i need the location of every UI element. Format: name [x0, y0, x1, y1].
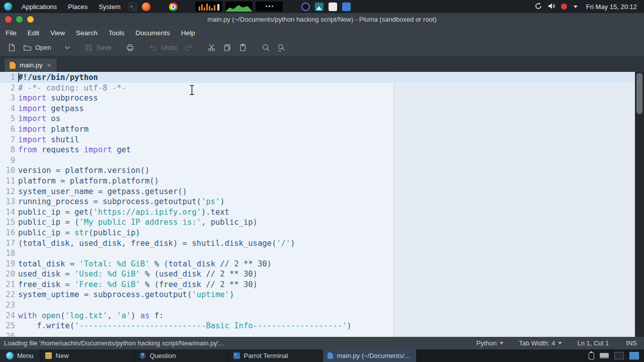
print-button[interactable]	[122, 42, 138, 53]
tray-caret-down-icon[interactable]	[574, 6, 578, 8]
code-line[interactable]: 24with open('log.txt', 'a') as f:	[0, 311, 635, 321]
menu-help[interactable]: Help	[176, 26, 201, 39]
code-line[interactable]: 4import getpass	[0, 104, 635, 114]
editor-area[interactable]: 1#!/usr/bin/python2# -*- coding: utf-8 -…	[0, 72, 635, 337]
line-number: 16	[0, 228, 15, 238]
folder-icon	[45, 352, 52, 359]
cut-button[interactable]	[204, 42, 219, 53]
code-line[interactable]: 13running_process = subprocess.getoutput…	[0, 197, 635, 207]
code-line[interactable]: 11platform = platform.platform()	[0, 176, 635, 187]
top-panel: ApplicationsPlacesSystem >_ Fri May 15, …	[0, 0, 644, 13]
update-indicator-icon[interactable]	[534, 2, 542, 12]
app-launcher-icon[interactable]	[142, 3, 150, 11]
top-panel-menu-places[interactable]: Places	[62, 0, 93, 13]
question-icon	[139, 352, 146, 359]
screenshot-tray-icon[interactable]	[315, 3, 324, 11]
menu-tools[interactable]: Tools	[103, 26, 130, 39]
scrollbar-thumb[interactable]	[636, 73, 642, 114]
line-number: 19	[0, 259, 15, 269]
code-line[interactable]: 26	[0, 331, 635, 337]
taskbar-item-label: Question	[150, 352, 176, 359]
save-button[interactable]: Save	[81, 42, 115, 53]
code-line[interactable]: 8from requests import get	[0, 145, 635, 155]
code-line[interactable]: 21free_disk = 'Free: %d GiB' % (free_dis…	[0, 280, 635, 290]
code-line[interactable]: 15public_ip = ('My public IP address is:…	[0, 217, 635, 228]
open-dropdown-caret-icon	[65, 46, 70, 50]
workspace-1[interactable]	[614, 352, 624, 359]
line-number: 14	[0, 207, 15, 218]
menu-documents[interactable]: Documents	[130, 26, 175, 39]
record-indicator-icon[interactable]	[561, 4, 567, 10]
code-line[interactable]: 5import os	[0, 114, 635, 124]
workspace-2[interactable]	[629, 352, 639, 359]
code-line[interactable]: 18	[0, 248, 635, 259]
clock[interactable]: Fri May 15, 20:12	[586, 3, 637, 11]
code-line[interactable]: 14public_ip = get('https://api.ipify.org…	[0, 207, 635, 218]
window-title: main.py (~/Documents/python hacking scri…	[0, 13, 644, 26]
code-text: import subprocess	[18, 94, 98, 103]
paste-button[interactable]	[235, 42, 251, 53]
code-text: used_disk = 'Used: %d GiB' % (used_disk …	[18, 269, 258, 279]
code-line[interactable]: 17(total_disk, used_disk, free_disk) = s…	[0, 238, 635, 249]
top-panel-menu-system[interactable]: System	[93, 0, 126, 13]
taskbar: Menu NewQuestionParrot Terminalmain.py (…	[0, 349, 644, 362]
terminal-launcher-icon[interactable]: >_	[128, 3, 137, 11]
terminal-icon	[233, 352, 240, 359]
code-line[interactable]: 1#!/usr/bin/python	[0, 72, 635, 83]
clipboard-icon[interactable]	[589, 352, 594, 359]
line-number: 15	[0, 217, 15, 228]
open-button-label: Open	[35, 44, 51, 51]
taskbar-item[interactable]: main.py (~/Documents/...	[323, 349, 416, 362]
vertical-scrollbar[interactable]	[635, 72, 644, 337]
taskbar-item[interactable]: Parrot Terminal	[229, 349, 322, 362]
chrome-launcher-icon[interactable]	[169, 3, 178, 11]
window-thumbnail-chart[interactable]	[195, 2, 222, 12]
code-line[interactable]: 2# -*- coding: utf-8 -*-	[0, 83, 635, 94]
menu-search[interactable]: Search	[70, 26, 103, 39]
new-document-button[interactable]	[4, 42, 20, 53]
code-line[interactable]: 7import shutil	[0, 135, 635, 145]
code-text: import os	[18, 114, 60, 123]
notes-tray-icon[interactable]	[329, 3, 337, 11]
tab-close-icon[interactable]: ×	[47, 62, 52, 69]
find-replace-button[interactable]	[274, 42, 289, 53]
undo-button[interactable]: Undo	[145, 42, 180, 53]
taskbar-item[interactable]: New	[41, 349, 134, 362]
find-button[interactable]	[258, 42, 274, 53]
top-panel-menu-applications[interactable]: Applications	[16, 0, 62, 13]
code-line[interactable]: 10version = platform.version()	[0, 165, 635, 176]
code-line[interactable]: 3import subprocess	[0, 93, 635, 104]
taskbar-menu-button[interactable]: Menu	[0, 349, 40, 362]
code-line[interactable]: 9	[0, 155, 635, 166]
menu-edit[interactable]: Edit	[22, 26, 45, 39]
distro-menu-icon[interactable]	[4, 3, 12, 11]
copy-button[interactable]	[219, 42, 235, 53]
taskbar-item[interactable]: Question	[135, 349, 228, 362]
line-number: 2	[0, 83, 15, 94]
code-line[interactable]: 16public_ip = str(public_ip)	[0, 228, 635, 238]
menu-view[interactable]: View	[45, 26, 70, 39]
open-button[interactable]: Open	[20, 42, 73, 53]
tab-main-py[interactable]: main.py ×	[4, 58, 57, 72]
window-thumbnail-dark[interactable]	[256, 2, 283, 12]
files-tray-icon[interactable]	[342, 3, 351, 11]
text-caret	[18, 73, 19, 82]
code-line[interactable]: 22system_uptime = subprocess.getoutput('…	[0, 290, 635, 300]
redo-button[interactable]	[181, 42, 196, 53]
line-number: 8	[0, 145, 15, 155]
code-line[interactable]: 25 f.write('---------------------------B…	[0, 321, 635, 331]
language-selector[interactable]: Python	[476, 339, 504, 347]
code-line[interactable]: 12system_user_name = getpass.getuser()	[0, 187, 635, 197]
parrot-tray-icon[interactable]	[301, 3, 310, 11]
volume-icon[interactable]	[547, 2, 555, 12]
code-line[interactable]: 6import platform	[0, 124, 635, 135]
keyboard-icon[interactable]	[600, 353, 609, 358]
window-thumbnail-graph[interactable]	[225, 2, 253, 12]
window-titlebar[interactable]: main.py (~/Documents/python hacking scri…	[0, 13, 644, 26]
tab-width-selector[interactable]: Tab Width: 4	[519, 339, 562, 347]
menu-file[interactable]: File	[0, 26, 22, 39]
code-line[interactable]: 20used_disk = 'Used: %d GiB' % (used_dis…	[0, 269, 635, 280]
code-text: import getpass	[18, 104, 84, 113]
code-line[interactable]: 19total_disk = 'Total: %d GiB' % (total_…	[0, 259, 635, 269]
code-line[interactable]: 23	[0, 300, 635, 311]
